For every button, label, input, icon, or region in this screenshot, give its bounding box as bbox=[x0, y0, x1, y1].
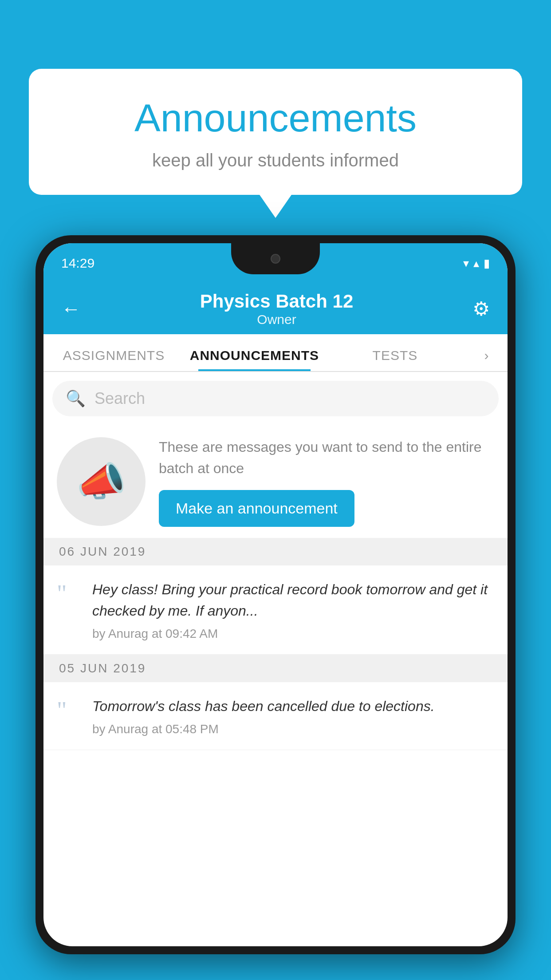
speech-bubble-title: Announcements bbox=[47, 95, 504, 141]
announcement-author-2: by Anurag at 05:48 PM bbox=[92, 722, 494, 736]
search-bar[interactable]: 🔍 Search bbox=[52, 381, 499, 416]
notch bbox=[231, 243, 320, 274]
promo-text-area: These are messages you want to send to t… bbox=[159, 436, 494, 527]
announcement-author-1: by Anurag at 09:42 AM bbox=[92, 627, 494, 641]
back-button[interactable]: ← bbox=[61, 298, 81, 320]
tab-more[interactable]: › bbox=[465, 348, 508, 371]
quote-icon-2: " bbox=[57, 698, 81, 722]
tabs: ASSIGNMENTS ANNOUNCEMENTS TESTS › bbox=[43, 334, 508, 372]
header-title: Physics Batch 12 Owner bbox=[200, 291, 354, 327]
search-placeholder: Search bbox=[94, 389, 145, 408]
announcement-content-2: Tomorrow's class has been cancelled due … bbox=[92, 695, 494, 736]
announcement-text-1: Hey class! Bring your practical record b… bbox=[92, 579, 494, 621]
speech-bubble-subtitle: keep all your students informed bbox=[47, 150, 504, 170]
quote-icon-1: " bbox=[57, 581, 81, 605]
phone-outer: 14:29 ▾ ▴ ▮ ← Physics Batch 12 Owner ⚙ bbox=[35, 235, 516, 954]
date-separator-1: 06 JUN 2019 bbox=[43, 538, 508, 565]
announcement-content-1: Hey class! Bring your practical record b… bbox=[92, 579, 494, 641]
search-icon: 🔍 bbox=[66, 389, 86, 408]
make-announcement-button[interactable]: Make an announcement bbox=[159, 490, 354, 527]
announcement-item-2[interactable]: " Tomorrow's class has been cancelled du… bbox=[43, 682, 508, 750]
status-icons: ▾ ▴ ▮ bbox=[463, 257, 490, 270]
status-time: 14:29 bbox=[61, 256, 94, 271]
app-header: ← Physics Batch 12 Owner ⚙ bbox=[43, 283, 508, 334]
camera bbox=[271, 254, 280, 264]
settings-icon[interactable]: ⚙ bbox=[472, 297, 490, 320]
phone: 14:29 ▾ ▴ ▮ ← Physics Batch 12 Owner ⚙ bbox=[35, 235, 516, 980]
battery-icon: ▮ bbox=[484, 257, 490, 270]
speech-bubble-container: Announcements keep all your students inf… bbox=[29, 69, 522, 195]
promo-icon-circle: 📣 bbox=[57, 437, 146, 526]
announcement-text-2: Tomorrow's class has been cancelled due … bbox=[92, 695, 494, 717]
promo-description: These are messages you want to send to t… bbox=[159, 436, 494, 479]
tab-assignments[interactable]: ASSIGNMENTS bbox=[43, 348, 184, 371]
batch-name: Physics Batch 12 bbox=[200, 291, 354, 312]
megaphone-icon: 📣 bbox=[76, 458, 126, 505]
signal-icon: ▴ bbox=[473, 257, 479, 270]
phone-screen: 14:29 ▾ ▴ ▮ ← Physics Batch 12 Owner ⚙ bbox=[43, 243, 508, 946]
tab-announcements[interactable]: ANNOUNCEMENTS bbox=[184, 348, 325, 371]
promo-block: 📣 These are messages you want to send to… bbox=[43, 425, 508, 538]
announcement-item-1[interactable]: " Hey class! Bring your practical record… bbox=[43, 565, 508, 655]
speech-bubble: Announcements keep all your students inf… bbox=[29, 69, 522, 195]
owner-label: Owner bbox=[200, 312, 354, 327]
tab-tests[interactable]: TESTS bbox=[325, 348, 465, 371]
wifi-icon: ▾ bbox=[463, 257, 469, 270]
status-bar: 14:29 ▾ ▴ ▮ bbox=[43, 243, 508, 283]
date-separator-2: 05 JUN 2019 bbox=[43, 655, 508, 682]
